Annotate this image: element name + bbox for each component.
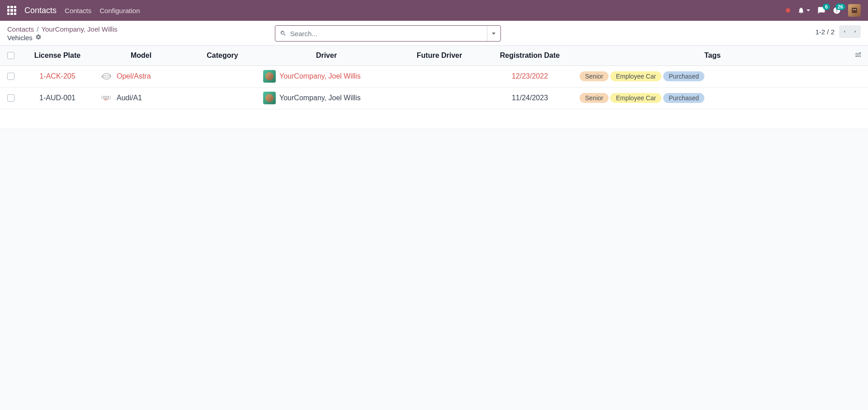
col-future-driver[interactable]: Future Driver bbox=[394, 46, 485, 65]
row-checkbox[interactable] bbox=[7, 73, 14, 80]
navbar: Contacts Contacts Configuration 6 26 bbox=[0, 0, 868, 21]
table-row[interactable]: 1-ACK-205Opel/AstraYourCompany, Joel Wil… bbox=[0, 65, 868, 87]
cell-model: AudiAudi/A1 bbox=[96, 87, 186, 109]
col-driver[interactable]: Driver bbox=[259, 46, 394, 65]
svg-point-9 bbox=[108, 96, 111, 99]
search-input[interactable] bbox=[290, 30, 482, 37]
svg-point-4 bbox=[859, 52, 861, 53]
activities-icon[interactable]: 26 bbox=[833, 6, 841, 14]
cell-registration-date: 12/23/2022 bbox=[485, 65, 575, 87]
tag: Purchased bbox=[663, 71, 704, 81]
cell-future-driver bbox=[394, 65, 485, 87]
vehicles-table: License Plate Model Category Driver Futu… bbox=[0, 46, 868, 109]
svg-rect-0 bbox=[852, 8, 857, 13]
table-row[interactable]: 1-AUD-001AudiAudi/A1YourCompany, Joel Wi… bbox=[0, 87, 868, 109]
col-category[interactable]: Category bbox=[186, 46, 259, 65]
cell-category bbox=[186, 87, 259, 109]
tag: Employee Car bbox=[610, 93, 661, 103]
pager-prev[interactable] bbox=[839, 25, 850, 38]
driver-name: YourCompany, Joel Willis bbox=[279, 72, 361, 80]
status-dot bbox=[786, 8, 790, 13]
driver-avatar bbox=[263, 92, 276, 104]
breadcrumb-root[interactable]: Contacts bbox=[7, 25, 34, 33]
col-model[interactable]: Model bbox=[96, 46, 186, 65]
apps-icon[interactable] bbox=[7, 6, 16, 15]
table-header-row: License Plate Model Category Driver Futu… bbox=[0, 46, 868, 65]
col-license-plate[interactable]: License Plate bbox=[19, 46, 96, 65]
table-wrap: License Plate Model Category Driver Futu… bbox=[0, 46, 868, 129]
searchbox-input-wrap bbox=[275, 26, 487, 41]
cell-future-driver bbox=[394, 87, 485, 109]
cell-category bbox=[186, 65, 259, 87]
control-panel: Contacts / YourCompany, Joel Willis Vehi… bbox=[0, 21, 868, 46]
breadcrumb-current[interactable]: YourCompany, Joel Willis bbox=[41, 25, 117, 33]
subtitle-text: Vehicles bbox=[7, 34, 33, 42]
gear-icon[interactable] bbox=[35, 34, 42, 42]
messages-icon[interactable]: 6 bbox=[817, 6, 826, 14]
navbar-right: 6 26 bbox=[786, 4, 861, 17]
search-icon bbox=[280, 30, 287, 37]
notifications-icon[interactable] bbox=[797, 7, 810, 14]
svg-text:Audi: Audi bbox=[104, 99, 108, 101]
cell-driver: YourCompany, Joel Willis bbox=[259, 65, 394, 87]
select-all-checkbox[interactable] bbox=[7, 52, 14, 59]
table-footer-spacer bbox=[0, 109, 868, 129]
cell-model: Opel/Astra bbox=[96, 65, 186, 87]
optional-fields-icon[interactable] bbox=[854, 52, 862, 60]
col-tags[interactable]: Tags bbox=[575, 46, 850, 65]
svg-point-5 bbox=[103, 74, 111, 79]
driver-name: YourCompany, Joel Willis bbox=[279, 94, 361, 102]
breadcrumb: Contacts / YourCompany, Joel Willis bbox=[7, 25, 118, 33]
svg-point-3 bbox=[859, 56, 861, 57]
nav-menu-contacts[interactable]: Contacts bbox=[65, 7, 91, 14]
tag: Senior bbox=[580, 71, 609, 81]
cell-license-plate: 1-ACK-205 bbox=[19, 65, 96, 87]
cell-registration-date: 11/24/2023 bbox=[485, 87, 575, 109]
breadcrumb-sep: / bbox=[37, 25, 38, 33]
cell-tags: SeniorEmployee CarPurchased bbox=[575, 87, 850, 109]
cell-tags: SeniorEmployee CarPurchased bbox=[575, 65, 850, 87]
activities-badge: 26 bbox=[835, 4, 845, 10]
model-text: Audi/A1 bbox=[117, 94, 142, 102]
nav-menu-configuration[interactable]: Configuration bbox=[99, 7, 140, 14]
control-panel-right: 1-2 / 2 bbox=[815, 25, 861, 38]
navbar-left: Contacts Contacts Configuration bbox=[7, 6, 140, 15]
svg-rect-1 bbox=[853, 9, 854, 10]
tag: Purchased bbox=[663, 93, 704, 103]
cell-license-plate: 1-AUD-001 bbox=[19, 87, 96, 109]
brand-logo-icon bbox=[100, 71, 113, 82]
tag: Employee Car bbox=[610, 71, 661, 81]
subtitle-row: Vehicles bbox=[7, 34, 118, 42]
control-panel-left: Contacts / YourCompany, Joel Willis Vehi… bbox=[7, 25, 118, 42]
pager-buttons bbox=[839, 25, 861, 38]
nav-brand[interactable]: Contacts bbox=[24, 6, 57, 15]
pager-text[interactable]: 1-2 / 2 bbox=[815, 28, 835, 36]
user-avatar[interactable] bbox=[848, 4, 861, 17]
cell-driver: YourCompany, Joel Willis bbox=[259, 87, 394, 109]
searchbox bbox=[275, 25, 501, 42]
search-options-toggle[interactable] bbox=[487, 26, 500, 41]
pager-next[interactable] bbox=[850, 25, 861, 38]
brand-logo-icon: Audi bbox=[100, 93, 113, 103]
col-registration-date[interactable]: Registration Date bbox=[485, 46, 575, 65]
model-text: Opel/Astra bbox=[117, 72, 151, 80]
svg-rect-2 bbox=[855, 9, 856, 10]
messages-badge: 6 bbox=[823, 4, 830, 10]
control-panel-center bbox=[275, 25, 501, 42]
tag: Senior bbox=[580, 93, 609, 103]
row-checkbox[interactable] bbox=[7, 94, 14, 102]
driver-avatar bbox=[263, 70, 276, 83]
